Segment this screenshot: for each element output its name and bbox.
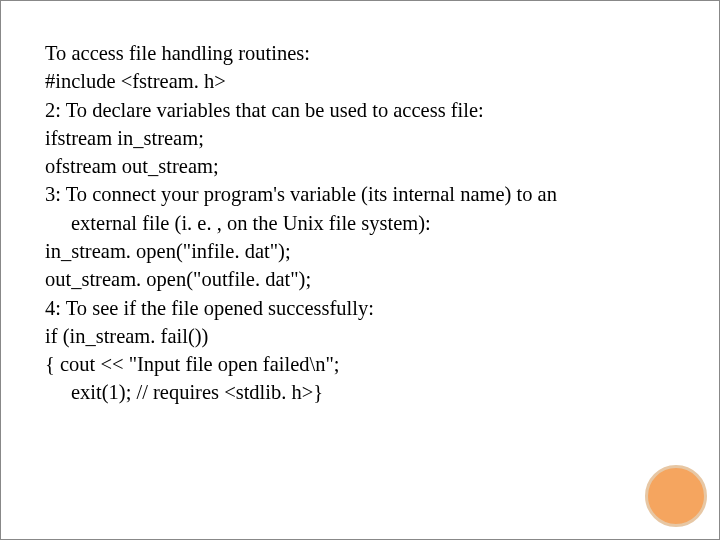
line-1: To access file handling routines:	[45, 39, 691, 67]
line-3: 2: To declare variables that can be used…	[45, 96, 691, 124]
slide: To access file handling routines: #inclu…	[0, 0, 720, 540]
slide-body: To access file handling routines: #inclu…	[45, 39, 691, 407]
line-6: 3: To connect your program's variable (i…	[45, 180, 691, 208]
line-12: { cout << "Input file open failed\n";	[45, 350, 691, 378]
line-4: ifstream in_stream;	[45, 124, 691, 152]
line-11: if (in_stream. fail())	[45, 322, 691, 350]
line-9: out_stream. open("outfile. dat");	[45, 265, 691, 293]
line-13: exit(1); // requires <stdlib. h>}	[45, 378, 691, 406]
accent-circle-icon	[645, 465, 707, 527]
line-2: #include <fstream. h>	[45, 67, 691, 95]
line-10: 4: To see if the file opened successfull…	[45, 294, 691, 322]
line-8: in_stream. open("infile. dat");	[45, 237, 691, 265]
line-5: ofstream out_stream;	[45, 152, 691, 180]
line-7: external file (i. e. , on the Unix file …	[45, 209, 691, 237]
